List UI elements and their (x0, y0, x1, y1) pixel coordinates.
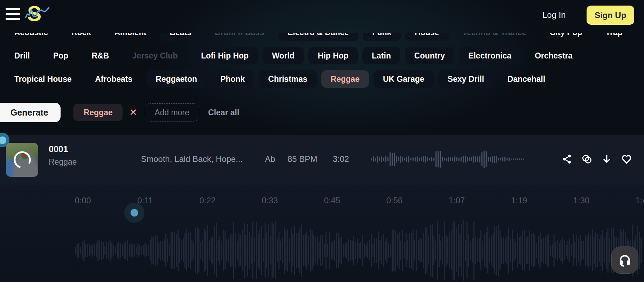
genre-chip-latin[interactable]: Latin (362, 47, 400, 64)
genre-chip-ambient[interactable]: Ambient (105, 33, 156, 41)
genre-chip-lofi-hip-hop[interactable]: Lofi Hip Hop (191, 47, 258, 64)
waveform-bar (590, 235, 591, 266)
waveform-bar (306, 232, 307, 269)
genre-chip-techno-trance[interactable]: Techno & Trance (453, 33, 536, 41)
waveform-bar (461, 157, 462, 162)
genre-chip-rock[interactable]: Rock (62, 33, 100, 41)
timeline-ruler[interactable]: 0:000:110:220:330:450:561:071:191:301:41 (0, 185, 644, 216)
waveform-bar (179, 238, 180, 263)
genre-chip-city-pop[interactable]: City Pop (540, 33, 591, 41)
waveform-bar (233, 222, 234, 279)
waveform-bar (143, 245, 144, 255)
genre-chip-pop[interactable]: Pop (44, 47, 78, 64)
waveform-bar (186, 229, 187, 271)
waveform-bar (155, 235, 156, 266)
timeline-tick: 1:07 (449, 196, 465, 205)
selected-genre-tag[interactable]: Reggae (73, 104, 123, 121)
waveform-bar (207, 225, 208, 276)
log-in-link[interactable]: Log In (542, 10, 566, 20)
waveform-bar (595, 232, 596, 268)
genre-chip-jersey-club[interactable]: Jersey Club (123, 47, 187, 64)
waveform-bar (433, 236, 434, 265)
generate-button[interactable]: Generate (0, 103, 61, 122)
heart-icon[interactable] (621, 153, 633, 165)
track-genre-label: Reggae (49, 157, 77, 167)
genre-chip-phonk[interactable]: Phonk (211, 70, 254, 88)
waveform-bar (298, 233, 299, 268)
waveform-bar (481, 152, 482, 166)
genre-chip-hip-hop[interactable]: Hip Hop (308, 47, 358, 64)
waveform-bar (406, 157, 407, 162)
genre-chip-trap[interactable]: Trap (596, 33, 632, 41)
waveform-bar (392, 229, 393, 272)
waveform-bar (280, 241, 281, 260)
download-icon[interactable] (601, 153, 613, 165)
timeline-tick: 0:45 (324, 196, 340, 205)
waveform-bar (531, 234, 532, 266)
waveform-bar (498, 225, 499, 276)
genre-chip-dancehall[interactable]: Dancehall (498, 70, 555, 88)
waveform-bar (381, 156, 382, 162)
waveform-bar (511, 158, 512, 160)
genre-chip-reggaeton[interactable]: Reggaeton (146, 70, 206, 88)
waveform-bar (195, 228, 196, 273)
waveform-bar (484, 150, 485, 168)
waveform-bar (343, 244, 344, 257)
waveform-bar (336, 233, 337, 268)
sign-up-button[interactable]: Sign Up (587, 6, 634, 25)
genre-chip-world[interactable]: World (262, 47, 304, 64)
remove-tag-icon[interactable]: ✕ (129, 108, 137, 117)
genre-chip-drill[interactable]: Drill (5, 47, 39, 64)
genre-chip-afrobeats[interactable]: Afrobeats (86, 70, 142, 88)
genre-chip-country[interactable]: Country (405, 47, 454, 64)
waveform-bar (244, 223, 245, 278)
waveform-bar (188, 233, 189, 267)
waveform-bar (432, 224, 433, 277)
waveform-bar (117, 243, 118, 258)
clear-all-button[interactable]: Clear all (208, 108, 239, 117)
genre-chip-christmas[interactable]: Christmas (259, 70, 316, 88)
waveform-bar (594, 237, 595, 264)
track-thumbnail[interactable] (6, 143, 38, 177)
share-icon[interactable] (561, 153, 573, 165)
waveform-bar (519, 237, 520, 264)
waveform-bar (447, 237, 448, 264)
overlap-circles-icon[interactable] (581, 153, 593, 165)
waveform-bar (219, 236, 220, 265)
genre-chip-reggae[interactable]: Reggae (321, 70, 369, 88)
timeline-tick: 0:33 (262, 196, 278, 205)
waveform-bar (221, 241, 222, 260)
add-more-button[interactable]: Add more (145, 103, 199, 122)
track-row[interactable]: 0001 Reggae Smooth, Laid Back, Hope... A… (0, 135, 644, 185)
waveform-bar (379, 240, 380, 261)
waveform-bar (315, 237, 316, 264)
genre-chip-r-b[interactable]: R&B (82, 47, 118, 64)
app-logo[interactable]: S (26, 1, 47, 26)
waveform-bar (372, 244, 374, 257)
waveform-bar (191, 240, 193, 261)
genre-chip-orchestra[interactable]: Orchestra (525, 47, 582, 64)
genre-chip-uk-garage[interactable]: UK Garage (374, 70, 434, 88)
waveform-bar (157, 236, 158, 265)
genre-chip-area: AcousticRockAmbientBeatsDrum n BassElect… (0, 33, 644, 92)
genre-chip-acoustic[interactable]: Acoustic (5, 33, 57, 41)
genre-chip-electro-dance[interactable]: Electro & Dance (278, 33, 358, 41)
genre-chip-electronica[interactable]: Electronica (459, 47, 521, 64)
waveform-bar (103, 242, 104, 259)
track-mini-waveform[interactable] (371, 145, 526, 173)
support-chat-button[interactable] (611, 246, 638, 274)
genre-chip-funk[interactable]: Funk (363, 33, 401, 41)
menu-icon[interactable] (6, 8, 20, 20)
genre-chip-sexy-drill[interactable]: Sexy Drill (438, 70, 494, 88)
waveform-bar (310, 229, 311, 272)
waveform-bar (176, 234, 177, 267)
waveform-bar (75, 247, 76, 254)
waveform-bar (550, 245, 551, 256)
editor-waveform[interactable] (75, 219, 642, 282)
genre-chip-house[interactable]: House (405, 33, 448, 41)
waveform-bar (469, 157, 470, 161)
genre-chip-tropical-house[interactable]: Tropical House (5, 70, 81, 88)
genre-chip-drum-n-bass[interactable]: Drum n Bass (205, 33, 274, 41)
genre-chip-beats[interactable]: Beats (160, 33, 201, 41)
waveform-bar (212, 236, 213, 265)
